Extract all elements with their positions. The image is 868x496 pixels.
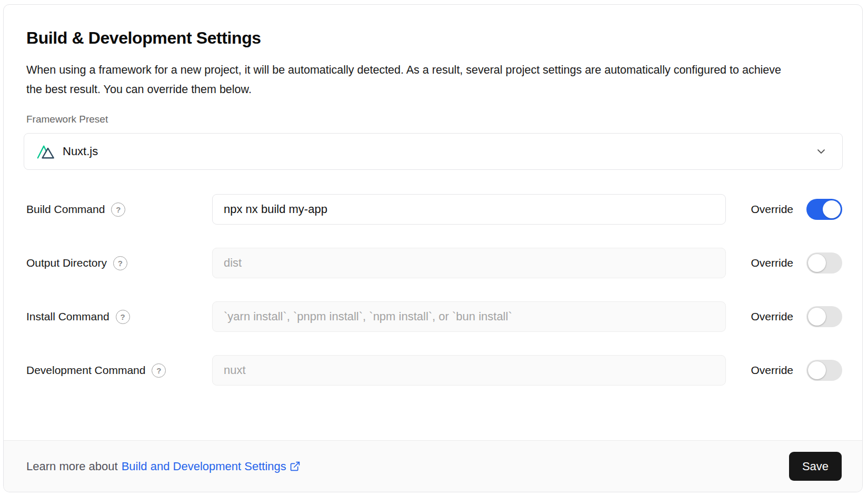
output-directory-input xyxy=(212,248,726,278)
toggle-knob xyxy=(808,361,826,379)
build-command-label: Build Command xyxy=(26,203,105,216)
chevron-down-icon xyxy=(815,145,827,158)
page-title: Build & Development Settings xyxy=(26,28,842,48)
override-toggle-development[interactable] xyxy=(806,360,842,381)
framework-preset-select[interactable]: Nuxt.js xyxy=(24,133,843,170)
learn-more-text: Learn more about xyxy=(26,460,118,473)
install-command-row: Install Command ? Override xyxy=(24,301,842,332)
build-command-input[interactable] xyxy=(212,194,726,225)
external-link-icon xyxy=(290,461,301,472)
development-command-label: Development Command xyxy=(26,364,145,377)
install-command-input xyxy=(212,301,726,332)
toggle-knob xyxy=(808,308,826,326)
build-settings-link-text: Build and Development Settings xyxy=(122,460,286,473)
override-toggle-build[interactable] xyxy=(806,199,842,220)
development-command-row: Development Command ? Override xyxy=(24,355,842,386)
development-command-input xyxy=(212,355,726,386)
build-settings-link[interactable]: Build and Development Settings xyxy=(122,460,301,473)
override-label: Override xyxy=(751,203,793,216)
question-icon[interactable]: ? xyxy=(152,363,166,378)
output-directory-label: Output Directory xyxy=(26,257,107,269)
settings-rows: Build Command ? Override Output Director… xyxy=(24,194,842,386)
card-body: Build & Development Settings When using … xyxy=(4,5,862,386)
override-label: Override xyxy=(751,257,793,269)
question-icon[interactable]: ? xyxy=(111,203,125,217)
override-label: Override xyxy=(751,310,793,323)
override-toggle-output[interactable] xyxy=(806,252,842,274)
question-icon[interactable]: ? xyxy=(116,310,130,324)
framework-preset-value: Nuxt.js xyxy=(63,145,98,158)
panel-description: When using a framework for a new project… xyxy=(26,60,787,99)
question-icon[interactable]: ? xyxy=(113,256,127,270)
install-command-label: Install Command xyxy=(26,310,109,323)
framework-preset-label: Framework Preset xyxy=(26,113,842,126)
build-command-row: Build Command ? Override xyxy=(24,194,842,225)
override-toggle-install[interactable] xyxy=(806,306,842,327)
output-directory-row: Output Directory ? Override xyxy=(24,248,842,278)
toggle-knob xyxy=(823,200,841,218)
nuxt-logo-icon xyxy=(37,144,55,159)
override-label: Override xyxy=(751,364,793,377)
build-dev-settings-card: Build & Development Settings When using … xyxy=(3,4,863,492)
save-button[interactable]: Save xyxy=(789,452,842,481)
toggle-knob xyxy=(808,254,826,272)
card-footer: Learn more about Build and Development S… xyxy=(4,440,862,492)
